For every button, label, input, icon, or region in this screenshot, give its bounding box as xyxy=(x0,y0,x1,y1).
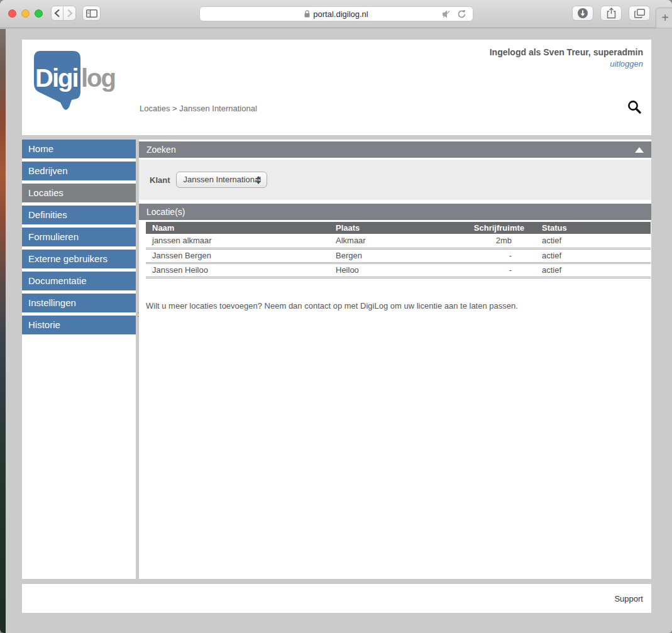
sidebar-item-definities[interactable]: Definities xyxy=(22,206,136,224)
cell-naam: Janssen Bergen xyxy=(146,248,336,263)
cell-schrijfruimte: - xyxy=(431,248,526,263)
search-panel-title: Zoeken xyxy=(146,145,176,155)
logged-in-status: Ingelogd als Sven Treur, superadmin xyxy=(490,47,643,57)
sidebar-item-documentatie[interactable]: Documentatie xyxy=(22,272,136,290)
zoom-window-button[interactable] xyxy=(35,9,43,18)
site-footer: Support xyxy=(22,584,651,613)
locations-panel-title: Locatie(s) xyxy=(146,207,185,217)
page-body: Digi log Locaties > Janssen Internationa… xyxy=(0,29,672,633)
breadcrumb: Locaties > Janssen International xyxy=(140,104,257,113)
locations-panel-header: Locatie(s) xyxy=(139,204,651,220)
cell-schrijfruimte: - xyxy=(431,263,526,277)
klant-selected-value: Janssen International xyxy=(184,175,262,184)
main-content: Zoeken Klant Janssen International Locat… xyxy=(139,140,651,579)
minimize-window-button[interactable] xyxy=(21,9,30,18)
klant-select[interactable]: Janssen International xyxy=(176,172,267,188)
table-row[interactable]: janssen alkmaar Alkmaar 2mb actief xyxy=(146,234,651,248)
logout-link[interactable]: uitloggen xyxy=(490,59,643,69)
sidebar-item-home[interactable]: Home xyxy=(22,140,136,158)
window-controls xyxy=(8,9,43,18)
sidebar-item-instellingen[interactable]: Instellingen xyxy=(22,294,136,312)
reload-icon[interactable] xyxy=(457,9,466,19)
column-header-status: Status xyxy=(526,222,651,234)
cell-status: actief xyxy=(526,263,651,277)
sidebar-icon xyxy=(86,9,97,18)
table-header-row: Naam Plaats Schrijfruimte Status xyxy=(146,222,651,234)
column-header-schrijfruimte: Schrijfruimte xyxy=(431,222,526,234)
support-link[interactable]: Support xyxy=(614,594,643,603)
cell-schrijfruimte: 2mb xyxy=(431,234,526,248)
address-bar[interactable]: portal.digilog.nl xyxy=(199,6,473,21)
back-button[interactable] xyxy=(51,6,63,21)
sidebar-item-locaties[interactable]: Locaties xyxy=(22,184,136,202)
main-menu: Home Bedrijven Locaties Definities Formu… xyxy=(22,140,136,579)
mute-icon[interactable] xyxy=(442,9,451,19)
tabs-icon xyxy=(634,9,645,18)
locations-table: Naam Plaats Schrijfruimte Status janssen… xyxy=(146,222,651,278)
cell-naam: janssen alkmaar xyxy=(146,234,336,248)
show-tabs-button[interactable] xyxy=(629,6,650,21)
cell-status: actief xyxy=(526,234,651,248)
background-photo-strip xyxy=(0,29,6,633)
cell-plaats: Heiloo xyxy=(336,263,431,277)
share-button[interactable] xyxy=(600,6,622,21)
table-row[interactable]: Janssen Bergen Bergen - actief xyxy=(146,248,651,263)
select-stepper-icon xyxy=(256,176,261,184)
klant-label: Klant xyxy=(150,175,170,185)
url-text: portal.digilog.nl xyxy=(313,9,368,19)
logo-text-log: log xyxy=(81,64,115,92)
chevron-right-icon xyxy=(67,9,73,18)
forward-button[interactable] xyxy=(63,6,76,21)
logo-text-digi: Digi xyxy=(35,64,78,92)
sidebar-toggle-button[interactable] xyxy=(82,6,101,21)
download-icon xyxy=(577,8,588,19)
sidebar-item-formulieren[interactable]: Formulieren xyxy=(22,228,136,246)
cell-plaats: Alkmaar xyxy=(336,234,431,248)
table-row[interactable]: Janssen Heiloo Heiloo - actief xyxy=(146,263,651,277)
search-panel: Klant Janssen International xyxy=(139,160,651,200)
cell-plaats: Bergen xyxy=(336,248,431,263)
lock-icon xyxy=(304,10,310,18)
new-tab-button[interactable]: + xyxy=(656,8,672,28)
browser-toolbar: portal.digilog.nl xyxy=(0,0,672,28)
column-header-naam: Naam xyxy=(146,222,336,234)
cell-status: actief xyxy=(526,248,651,263)
stray-colon-text: : xyxy=(137,309,140,319)
sidebar-item-externe-gebruikers[interactable]: Externe gebruikers xyxy=(22,250,136,268)
share-icon xyxy=(607,8,616,19)
sidebar-item-historie[interactable]: Historie xyxy=(22,316,136,334)
close-window-button[interactable] xyxy=(8,9,16,18)
chevron-left-icon xyxy=(54,9,60,18)
collapse-arrow-icon[interactable] xyxy=(635,147,644,153)
browser-window: portal.digilog.nl xyxy=(0,0,672,633)
downloads-button[interactable] xyxy=(572,6,593,21)
sidebar-item-bedrijven[interactable]: Bedrijven xyxy=(22,162,136,180)
license-note: Wilt u meer locaties toevoegen? Neem dan… xyxy=(146,301,651,311)
search-panel-header[interactable]: Zoeken xyxy=(139,141,651,158)
site-header: Digi log Locaties > Janssen Internationa… xyxy=(22,40,651,135)
cell-naam: Janssen Heiloo xyxy=(146,263,336,277)
column-header-plaats: Plaats xyxy=(336,222,431,234)
digilog-logo: Digi log xyxy=(31,48,126,114)
search-icon[interactable] xyxy=(627,99,642,114)
new-tab-label: + xyxy=(661,11,669,25)
